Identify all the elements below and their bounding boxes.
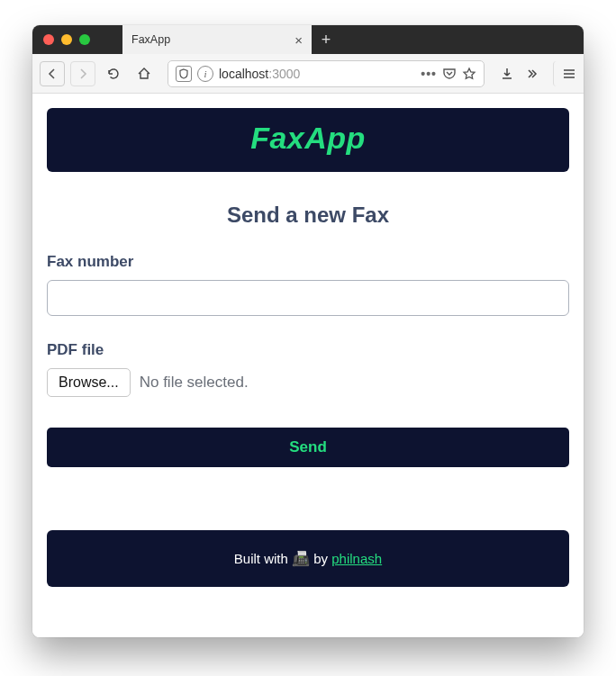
app-header-banner: FaxApp	[47, 108, 569, 172]
file-selection-status: No file selected.	[140, 374, 249, 392]
tab-title: FaxApp	[131, 33, 287, 46]
page-heading: Send a new Fax	[47, 203, 569, 228]
pdf-file-field: PDF file Browse... No file selected.	[47, 341, 569, 397]
reader-pocket-icon[interactable]	[442, 67, 457, 81]
window-titlebar: FaxApp × +	[32, 25, 584, 54]
send-button[interactable]: Send	[47, 428, 569, 467]
traffic-lights	[32, 25, 122, 54]
minimize-window-button[interactable]	[61, 34, 72, 45]
fax-number-input[interactable]	[47, 280, 569, 316]
forward-button[interactable]	[70, 61, 95, 86]
footer-by: by	[313, 551, 331, 566]
back-button[interactable]	[40, 61, 65, 86]
home-button[interactable]	[131, 61, 157, 86]
fax-number-field: Fax number	[47, 253, 569, 316]
new-tab-button[interactable]: +	[312, 25, 340, 54]
fax-number-label: Fax number	[47, 253, 569, 271]
close-tab-icon[interactable]: ×	[294, 33, 303, 47]
reload-button[interactable]	[101, 61, 126, 86]
browse-button[interactable]: Browse...	[47, 368, 131, 397]
tracking-protection-icon[interactable]	[176, 66, 192, 82]
app-title: FaxApp	[47, 121, 569, 156]
browser-tab[interactable]: FaxApp ×	[122, 25, 312, 54]
bookmark-star-icon[interactable]	[462, 67, 476, 81]
toolbar-right	[495, 61, 576, 86]
site-info-icon[interactable]: i	[197, 66, 213, 82]
url-host: localhost	[219, 67, 268, 81]
downloads-button[interactable]	[495, 61, 519, 86]
fullscreen-window-button[interactable]	[79, 34, 90, 45]
browser-toolbar: i localhost:3000 •••	[32, 54, 584, 94]
app-menu-button[interactable]	[553, 61, 576, 86]
pdf-file-label: PDF file	[47, 341, 569, 359]
address-bar[interactable]: i localhost:3000 •••	[168, 60, 485, 87]
url-text: localhost:3000	[219, 67, 415, 81]
page-content: FaxApp Send a new Fax Fax number PDF fil…	[32, 94, 584, 637]
url-port: :3000	[268, 67, 300, 81]
page-footer: Built with 📠 by philnash	[47, 530, 569, 587]
page-actions-icon[interactable]: •••	[421, 67, 437, 81]
overflow-menu-button[interactable]	[522, 61, 546, 86]
footer-prefix: Built with	[234, 551, 292, 566]
browser-window: FaxApp × + i localhost:3000 •••	[32, 25, 584, 637]
close-window-button[interactable]	[43, 34, 54, 45]
footer-author-link[interactable]: philnash	[331, 551, 382, 566]
fax-machine-icon: 📠	[292, 551, 310, 566]
